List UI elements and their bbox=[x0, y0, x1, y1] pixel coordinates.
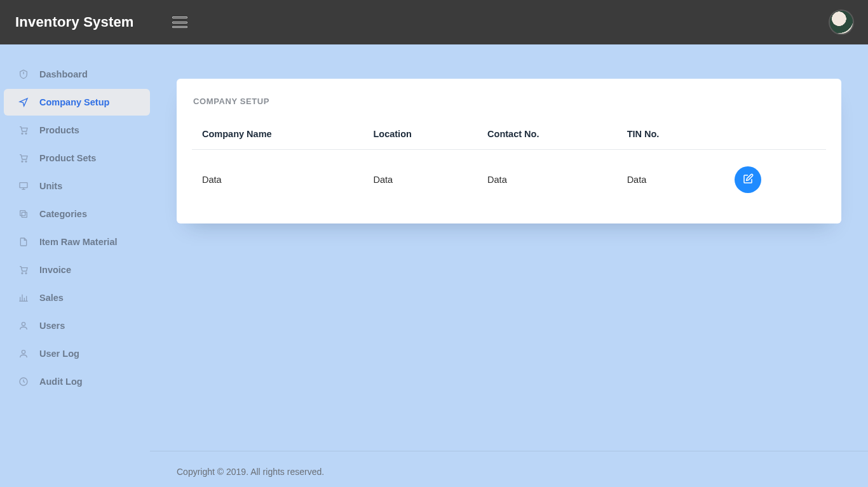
svg-point-10 bbox=[22, 350, 25, 354]
sidebar-item-users[interactable]: Users bbox=[4, 312, 150, 339]
column-header-tin-no: TIN No. bbox=[617, 121, 725, 150]
column-header-company-name: Company Name bbox=[192, 121, 363, 150]
user-icon bbox=[18, 320, 29, 331]
company-setup-card: COMPANY SETUP Company Name Location Cont… bbox=[177, 79, 841, 223]
edit-icon bbox=[742, 173, 754, 187]
sidebar-item-units[interactable]: Units bbox=[4, 173, 150, 199]
footer-text: Copyright © 2019. All rights reserved. bbox=[177, 467, 841, 477]
svg-point-7 bbox=[22, 272, 23, 274]
sidebar-item-sales[interactable]: Sales bbox=[4, 284, 150, 311]
sidebar-item-label: Units bbox=[39, 181, 62, 191]
file-icon bbox=[18, 236, 29, 248]
cart-icon bbox=[18, 264, 29, 276]
sidebar-item-company-setup[interactable]: Company Setup bbox=[4, 89, 150, 116]
cell-tin-no: Data bbox=[617, 150, 725, 200]
table-row: Data Data Data Data bbox=[192, 150, 826, 200]
sidebar-item-label: Product Sets bbox=[39, 153, 96, 163]
cart-icon bbox=[18, 152, 29, 164]
svg-rect-6 bbox=[22, 212, 27, 217]
shield-icon bbox=[18, 69, 29, 80]
sidebar-item-categories[interactable]: Categories bbox=[4, 201, 150, 227]
avatar[interactable] bbox=[830, 11, 853, 34]
sidebar-item-label: Categories bbox=[39, 209, 87, 219]
svg-point-1 bbox=[25, 133, 27, 134]
footer: Copyright © 2019. All rights reserved. bbox=[150, 451, 868, 477]
sidebar: Dashboard Company Setup Products Product… bbox=[0, 44, 150, 487]
sidebar-item-item-raw-material[interactable]: Item Raw Material bbox=[4, 229, 150, 255]
bar-chart-icon bbox=[18, 292, 29, 304]
sidebar-item-label: Company Setup bbox=[39, 97, 109, 107]
sidebar-item-audit-log[interactable]: Audit Log bbox=[4, 368, 150, 395]
svg-point-2 bbox=[22, 161, 23, 162]
sidebar-item-label: Users bbox=[39, 321, 65, 331]
topbar: Inventory System bbox=[0, 0, 868, 44]
sidebar-item-invoice[interactable]: Invoice bbox=[4, 257, 150, 283]
svg-rect-5 bbox=[20, 211, 25, 216]
svg-rect-4 bbox=[20, 183, 27, 188]
menu-toggle-icon[interactable] bbox=[172, 17, 187, 28]
sidebar-item-label: Audit Log bbox=[39, 377, 83, 387]
cell-location: Data bbox=[363, 150, 477, 200]
column-header-location: Location bbox=[363, 121, 477, 150]
svg-point-9 bbox=[22, 323, 25, 326]
svg-point-0 bbox=[22, 133, 23, 134]
company-table: Company Name Location Contact No. TIN No… bbox=[192, 121, 826, 199]
main-content: COMPANY SETUP Company Name Location Cont… bbox=[150, 44, 868, 487]
card-title: COMPANY SETUP bbox=[193, 97, 826, 106]
column-header-contact-no: Contact No. bbox=[477, 121, 617, 150]
sidebar-item-label: User Log bbox=[39, 349, 79, 359]
sidebar-item-label: Dashboard bbox=[39, 69, 88, 79]
sidebar-item-label: Item Raw Material bbox=[39, 237, 118, 247]
svg-point-8 bbox=[25, 272, 27, 274]
cart-icon bbox=[18, 124, 29, 136]
sidebar-item-label: Products bbox=[39, 125, 79, 135]
sidebar-item-user-log[interactable]: User Log bbox=[4, 340, 150, 367]
column-header-actions bbox=[724, 121, 826, 150]
user-icon bbox=[18, 348, 29, 359]
cell-company-name: Data bbox=[192, 150, 363, 200]
sidebar-item-label: Invoice bbox=[39, 265, 71, 275]
svg-point-3 bbox=[25, 161, 27, 162]
monitor-icon bbox=[18, 180, 29, 192]
sidebar-item-products[interactable]: Products bbox=[4, 117, 150, 143]
sidebar-item-dashboard[interactable]: Dashboard bbox=[4, 61, 150, 88]
stack-icon bbox=[18, 208, 29, 220]
cell-contact-no: Data bbox=[477, 150, 617, 200]
sidebar-item-label: Sales bbox=[39, 293, 64, 303]
clock-icon bbox=[18, 376, 29, 387]
nav-arrow-icon bbox=[18, 97, 29, 108]
edit-button[interactable] bbox=[735, 166, 761, 193]
app-title: Inventory System bbox=[15, 14, 134, 30]
sidebar-item-product-sets[interactable]: Product Sets bbox=[4, 145, 150, 171]
